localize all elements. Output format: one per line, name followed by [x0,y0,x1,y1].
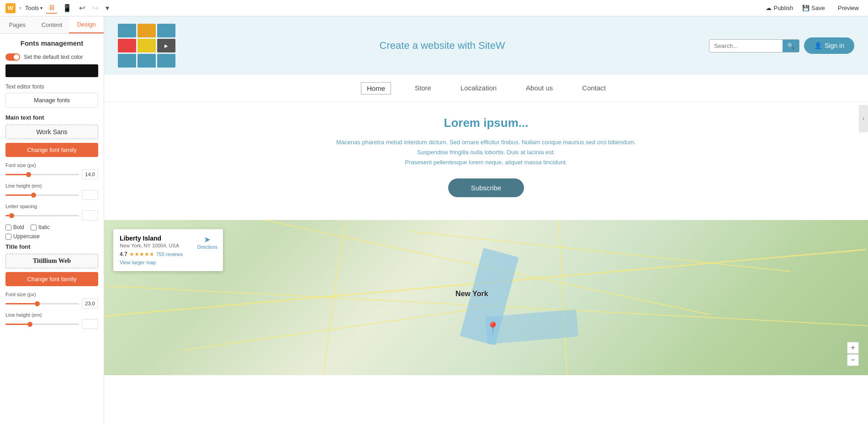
popup-rating-row: 4.7 ★★★★★ 755 reviews [120,251,217,257]
site-title: Create a website with SiteW [175,40,709,52]
font-size-input[interactable] [82,169,98,179]
main-font-section-header: Main text font [5,114,98,121]
bold-checkbox-label[interactable]: Bold [5,224,24,230]
site-header: ▶ Create a website with SiteW 🔍 👤 Sign i… [104,16,868,75]
desktop-device-button[interactable]: 🖥 [46,3,57,14]
title-line-height-row: Line height (em) [5,312,98,329]
nav-item-home[interactable]: Home [361,82,391,94]
map-popup: Liberty Island New York, NY 10004, USA 4… [113,229,223,271]
site-logo-area: ▶ [118,24,175,68]
change-main-font-button[interactable]: Change font family [5,143,98,157]
directions-icon: ➤ [204,235,211,245]
logo-cell-2 [138,24,156,37]
title-font-section-header: Title font [5,243,98,250]
brand-chevron: ▾ [19,5,21,10]
line-height-slider-container [5,190,98,200]
font-size-slider[interactable] [5,174,79,175]
line-height-slider[interactable] [5,194,79,196]
tab-content[interactable]: Content [35,16,69,33]
letter-spacing-slider[interactable] [5,215,79,216]
logo-cell-6: ▶ [157,39,175,52]
title-font-size-input[interactable] [82,298,98,309]
uppercase-row: Uppercase [5,233,98,240]
logo-cell-5 [138,39,156,52]
preview-button[interactable]: Preview [834,3,863,13]
mobile-device-button[interactable]: 📱 [61,3,74,13]
site-nav: Home Store Localization About us Contact [104,75,868,102]
uppercase-checkbox[interactable] [5,234,11,240]
search-input[interactable] [709,40,783,52]
tab-bar: Pages Content Design [0,16,104,34]
logo-cell-1 [118,24,136,37]
header-right: 🔍 👤 Sign in [709,37,854,54]
panel-content: Fonts management Set the default text co… [0,34,104,424]
nav-item-localization[interactable]: Localization [455,82,502,94]
title-line-height-slider[interactable] [5,324,79,325]
canvas-area: ▶ Create a website with SiteW 🔍 👤 Sign i… [104,16,868,424]
content-body: Macenas pharetra metud interdum dictum. … [326,137,646,168]
change-title-font-button[interactable]: Change font family [5,272,98,286]
title-font-size-row: Font size (px) [5,292,98,309]
map-pin: 📍 [486,321,500,334]
popup-rating-value: 4.7 [120,251,127,257]
publish-button[interactable]: ☁ Publish [766,5,793,11]
popup-reviews[interactable]: 755 reviews [156,251,183,257]
default-color-label: Set the default text color [24,54,83,60]
letter-spacing-row: Letter spacing [5,204,98,220]
style-checkboxes: Bold Italic [5,224,98,230]
title-font-size-slider[interactable] [5,303,79,304]
search-box: 🔍 [709,39,799,52]
redo-button[interactable]: ↪ [90,3,100,13]
text-editor-label: Text editor fonts [5,84,98,90]
logo-cell-9 [157,54,175,68]
logo-cell-7 [118,54,136,68]
tab-pages[interactable]: Pages [0,16,35,33]
tools-button[interactable]: Tools ▾ [25,5,42,11]
panel-title: Fonts management [5,39,98,47]
search-button[interactable]: 🔍 [783,40,799,52]
brand-logo[interactable]: W [5,3,16,13]
main-font-display: Work Sans [5,125,98,139]
color-swatch[interactable] [5,64,98,77]
font-size-row: Font size (px) [5,162,98,179]
content-title: Lorem ipsum... [113,116,859,130]
manage-fonts-button[interactable]: Manage fonts [5,93,98,108]
save-button[interactable]: 💾 Save [799,3,829,13]
letter-spacing-input[interactable] [82,210,98,220]
nav-item-about[interactable]: About us [520,82,558,94]
site-logo-grid: ▶ [118,24,175,68]
map-city-label: New York [455,290,488,298]
line-height-input[interactable] [82,190,98,200]
italic-checkbox-label[interactable]: Italic [31,224,50,230]
nav-item-contact[interactable]: Contact [577,82,611,94]
map-section: New York 📍 Liberty Island New York, NY 1… [104,220,868,375]
undo-button[interactable]: ↩ [77,3,87,13]
nav-item-store[interactable]: Store [409,82,437,94]
title-line-height-input[interactable] [82,319,98,329]
default-color-toggle-row: Set the default text color [5,53,98,61]
letter-spacing-slider-container [5,210,98,220]
font-size-label: Font size (px) [5,162,98,168]
title-font-display: Titillium Web [5,254,98,268]
site-content: Lorem ipsum... Macenas pharetra metud in… [104,102,868,220]
map-background: New York 📍 Liberty Island New York, NY 1… [104,220,868,375]
popup-directions-button[interactable]: ➤ Directions [197,235,217,250]
more-button[interactable]: ▾ [104,3,111,13]
toolbar-right: ☁ Publish 💾 Save Preview [766,3,863,13]
tab-design[interactable]: Design [69,16,104,33]
bold-checkbox[interactable] [5,225,11,230]
letter-spacing-label: Letter spacing [5,204,98,209]
zoom-in-button[interactable]: + [847,342,859,354]
italic-checkbox[interactable] [31,225,37,230]
subscribe-button[interactable]: Subscribe [448,178,524,197]
title-font-size-slider-container [5,298,98,309]
top-toolbar: W ▾ Tools ▾ 🖥 📱 ↩ ↪ ▾ ☁ Publish 💾 Save P… [0,0,868,16]
popup-map-link[interactable]: View larger map [120,260,156,265]
popup-stars: ★★★★★ [129,251,154,257]
default-color-toggle[interactable] [5,53,20,61]
uppercase-checkbox-label[interactable]: Uppercase [5,233,40,240]
zoom-out-button[interactable]: − [847,354,859,366]
logo-cell-4 [118,39,136,52]
logo-cell-8 [138,54,156,68]
sign-in-button[interactable]: 👤 Sign in [804,37,854,54]
